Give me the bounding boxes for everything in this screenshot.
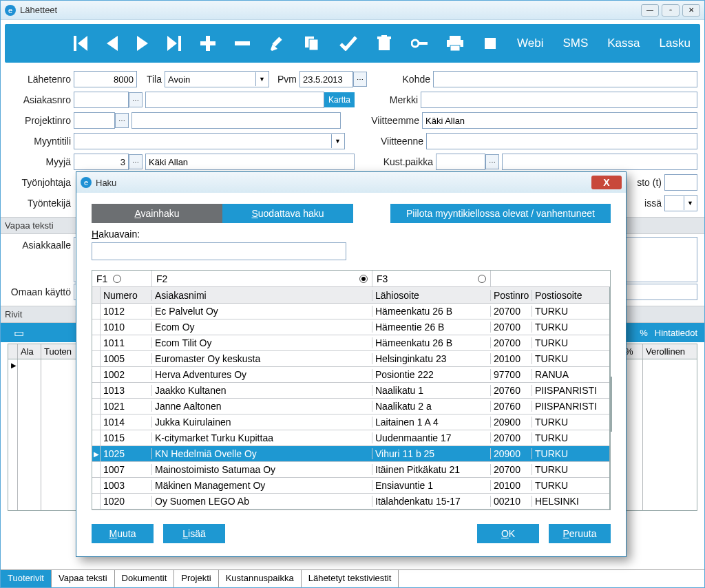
muuta-button[interactable]: Muuta <box>92 524 154 543</box>
projekti-name-input[interactable] <box>131 112 341 129</box>
merkki-label: Merkki <box>370 94 418 105</box>
lisaa-button[interactable]: Lisää <box>163 524 225 543</box>
myyntitili-select[interactable]: ▼ <box>74 133 345 149</box>
svg-point-16 <box>412 40 419 47</box>
table-row[interactable]: 1013Jaakko KultanenNaalikatu 120760PIISP… <box>92 383 609 399</box>
hintatiedot-link[interactable]: Hintatiedot <box>655 328 697 338</box>
last-icon[interactable] <box>167 32 181 54</box>
svg-marker-4 <box>167 36 177 51</box>
f3-option[interactable]: F3 <box>372 271 491 286</box>
myyja-lookup[interactable]: ⋯ <box>129 154 143 169</box>
suodattava-tab[interactable]: Suodattava haku <box>222 204 353 223</box>
kohde-label: Kohde <box>382 74 430 85</box>
pvm-picker[interactable]: ⋯ <box>353 72 367 87</box>
first-icon[interactable] <box>74 32 87 54</box>
tab-vapaa-teksti[interactable]: Vapaa teksti <box>52 570 115 587</box>
table-row[interactable]: 1021Janne AaltonenNaalikatu 2 a20760PIIS… <box>92 399 609 414</box>
copy-icon[interactable] <box>304 32 320 54</box>
viitteenne-input[interactable] <box>426 133 697 149</box>
minimize-button[interactable]: — <box>641 4 659 17</box>
lahetenro-label: Lähetenro <box>8 74 71 85</box>
viitteemme-input[interactable] <box>422 112 697 129</box>
svg-rect-17 <box>418 42 428 45</box>
issa-label: issä <box>634 198 662 209</box>
table-row[interactable]: 1011Ecom Tilit OyHämeenkatu 26 B20700TUR… <box>92 335 609 351</box>
tab-lahetetyt-tekstiviestit[interactable]: Lähetetyt tekstiviestit <box>302 570 399 587</box>
piilota-tab[interactable]: Piilota myyntikiellossa olevat / vanhent… <box>390 204 611 223</box>
kassa-link[interactable]: Kassa <box>607 36 640 50</box>
kustpaikka-lookup[interactable]: ⋯ <box>485 154 499 169</box>
table-row[interactable]: 1005Euromaster Oy keskustaHelsinginkatu … <box>92 351 609 367</box>
svg-marker-1 <box>78 36 87 51</box>
projektinro-input[interactable] <box>74 112 115 129</box>
hakuavain-input[interactable] <box>92 242 346 260</box>
projektinro-lookup[interactable]: ⋯ <box>115 113 129 128</box>
remove-icon[interactable] <box>235 32 250 54</box>
sto-label: sto (t) <box>627 177 662 188</box>
myyja-name-input[interactable] <box>145 154 355 170</box>
table-row[interactable]: 1002Herva Adventures OyPosiontie 2229770… <box>92 367 609 383</box>
table-row[interactable]: 1010Ecom OyHämeentie 26 B20700TURKU <box>92 319 609 335</box>
merkki-input[interactable] <box>421 92 697 108</box>
confirm-icon[interactable] <box>339 32 357 54</box>
svg-rect-7 <box>200 41 215 45</box>
export-icon[interactable] <box>483 32 498 54</box>
myyja-label: Myyjä <box>8 156 71 167</box>
table-row[interactable]: 1014Jukka KuirulainenLaitainen 1 A 42090… <box>92 414 609 430</box>
print-icon[interactable] <box>447 32 463 54</box>
dialog-close-button[interactable]: X <box>591 176 622 189</box>
ok-button[interactable]: OK <box>477 524 539 543</box>
tab-dokumentit[interactable]: Dokumentit <box>115 570 175 587</box>
peruuta-button[interactable]: Peruuta <box>549 524 611 543</box>
lahetenro-input[interactable] <box>74 71 137 87</box>
kustpaikka-input[interactable] <box>436 154 485 170</box>
svg-rect-0 <box>74 36 76 51</box>
table-scrollbar[interactable] <box>609 287 610 510</box>
dialog-icon: e <box>81 177 92 188</box>
svg-rect-5 <box>178 36 181 51</box>
tila-select[interactable]: Avoin▼ <box>165 71 269 87</box>
tab-kustannuspaikka[interactable]: Kustannuspaikka <box>219 570 302 587</box>
kohde-input[interactable] <box>433 71 697 87</box>
lasku-link[interactable]: Lasku <box>660 36 691 50</box>
maximize-button[interactable]: ▫ <box>662 4 680 17</box>
asiakasnro-input[interactable] <box>74 92 129 108</box>
myyja-nro-input[interactable] <box>74 154 129 170</box>
sms-link[interactable]: SMS <box>562 36 588 50</box>
f2-option[interactable]: F2 <box>152 271 372 286</box>
edit-icon[interactable] <box>269 32 284 54</box>
asiakasnro-lookup[interactable]: ⋯ <box>129 92 143 107</box>
haku-dialog: e Haku X Avainhaku Suodattava haku Piilo… <box>76 171 627 557</box>
tyonjohtaja-label: Työnjohtaja <box>8 177 71 188</box>
pvm-input[interactable] <box>299 71 353 87</box>
prev-icon[interactable] <box>107 32 118 54</box>
table-row[interactable]: 1015K-citymarket Turku KupittaaUudenmaan… <box>92 430 609 446</box>
tab-tuoterivit[interactable]: Tuoterivit <box>1 570 52 587</box>
hakuavain-label: Hakuavain: <box>92 229 611 240</box>
next-icon[interactable] <box>137 32 148 54</box>
rivit-icon[interactable]: ▭ <box>8 322 30 344</box>
table-row[interactable]: 1020Oy Suomen LEGO AbItälahdenkatu 15-17… <box>92 494 609 510</box>
table-row[interactable]: 1007Mainostoimisto Satumaa OyItäinen Pit… <box>92 462 609 478</box>
table-row[interactable]: ▶1025KN Hedelmiä Ovelle OyVihuri 11 b 25… <box>92 446 609 462</box>
issa-select[interactable]: ▼ <box>664 195 697 211</box>
svg-rect-15 <box>381 35 387 37</box>
avainhaku-tab[interactable]: Avainhaku <box>92 204 222 223</box>
kartta-button[interactable]: Kartta <box>324 92 355 107</box>
trash-icon[interactable] <box>377 32 392 54</box>
main-toolbar: Webi SMS Kassa Lasku <box>5 24 700 63</box>
asiakas-name-input[interactable] <box>145 92 324 108</box>
key-icon[interactable] <box>411 32 428 54</box>
close-button[interactable]: ✕ <box>682 4 700 17</box>
asiakkaalle-label: Asiakkaalle <box>8 240 71 251</box>
table-row[interactable]: 1012Ec Palvelut OyHämeenkatu 26 B20700TU… <box>92 304 609 319</box>
svg-rect-12 <box>309 39 318 50</box>
kustpaikka-name-input[interactable] <box>502 154 697 170</box>
add-icon[interactable] <box>200 32 215 54</box>
webi-link[interactable]: Webi <box>517 36 543 50</box>
sto-input[interactable] <box>664 174 697 191</box>
tab-projekti[interactable]: Projekti <box>174 570 218 587</box>
f1-option[interactable]: F1 <box>92 271 152 286</box>
table-row[interactable]: 1003Mäkinen Management OyEnsiavuntie 120… <box>92 478 609 494</box>
kustpaikka-label: Kust.paikka <box>370 156 433 167</box>
